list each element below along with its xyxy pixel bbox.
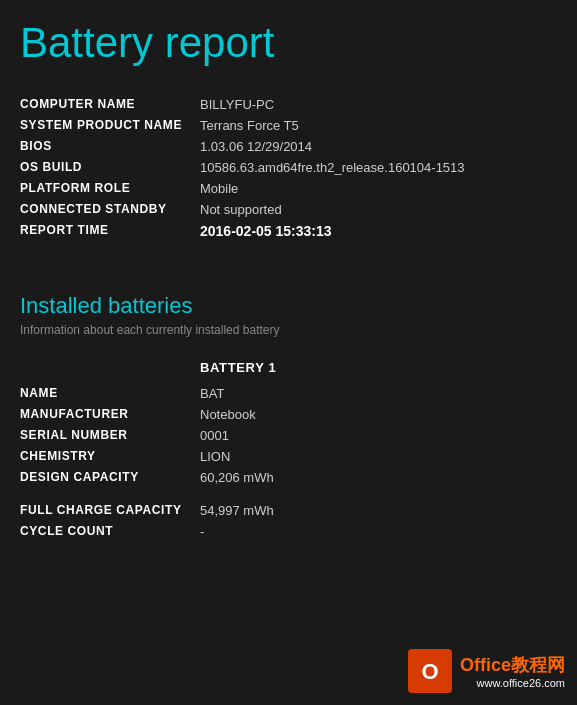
watermark: O Office教程网 www.office26.com	[408, 649, 565, 693]
system-info-label: PLATFORM ROLE	[20, 178, 200, 199]
battery-row-label: CHEMISTRY	[20, 446, 200, 467]
watermark-text: Office教程网 www.office26.com	[460, 653, 565, 689]
battery-row-label	[20, 488, 200, 500]
battery-row: NAMEBAT	[20, 383, 557, 404]
battery-row-value: -	[200, 521, 557, 542]
system-info-value: 10586.63.amd64fre.th2_release.160104-151…	[200, 157, 557, 178]
battery-row-value: 54,997 mWh	[200, 500, 557, 521]
system-info-row: COMPUTER NAMEBILLYFU-PC	[20, 94, 557, 115]
battery-header-label: BATTERY 1	[200, 357, 557, 383]
system-info-value: Not supported	[200, 199, 557, 220]
system-info-row: BIOS1.03.06 12/29/2014	[20, 136, 557, 157]
system-info-table: COMPUTER NAMEBILLYFU-PCSYSTEM PRODUCT NA…	[20, 94, 557, 242]
watermark-brand: Office教程网	[460, 653, 565, 677]
system-info-row: OS BUILD10586.63.amd64fre.th2_release.16…	[20, 157, 557, 178]
battery-row	[20, 488, 557, 500]
battery-row: SERIAL NUMBER0001	[20, 425, 557, 446]
battery-row-label: SERIAL NUMBER	[20, 425, 200, 446]
system-info-value: 2016-02-05 15:33:13	[200, 220, 557, 242]
system-info-value: Mobile	[200, 178, 557, 199]
system-info-value: Terrans Force T5	[200, 115, 557, 136]
battery-table: BATTERY 1NAMEBATMANUFACTURERNotebookSERI…	[20, 357, 557, 542]
system-info-label: CONNECTED STANDBY	[20, 199, 200, 220]
system-info-label: SYSTEM PRODUCT NAME	[20, 115, 200, 136]
svg-text:O: O	[421, 659, 438, 684]
divider	[20, 272, 557, 273]
installed-batteries-title: Installed batteries	[20, 293, 557, 319]
battery-row-label: CYCLE COUNT	[20, 521, 200, 542]
system-info-row: CONNECTED STANDBYNot supported	[20, 199, 557, 220]
system-info-label: OS BUILD	[20, 157, 200, 178]
system-info-label: COMPUTER NAME	[20, 94, 200, 115]
battery-row: CHEMISTRYLION	[20, 446, 557, 467]
battery-row-label: NAME	[20, 383, 200, 404]
page-title: Battery report	[20, 20, 557, 66]
system-info-row: PLATFORM ROLEMobile	[20, 178, 557, 199]
system-info-label: BIOS	[20, 136, 200, 157]
battery-row-label: MANUFACTURER	[20, 404, 200, 425]
main-container: Battery report COMPUTER NAMEBILLYFU-PCSY…	[0, 0, 577, 562]
battery-row-value: Notebook	[200, 404, 557, 425]
battery-row-value: 60,206 mWh	[200, 467, 557, 488]
system-info-value: 1.03.06 12/29/2014	[200, 136, 557, 157]
battery-header-empty	[20, 357, 200, 383]
battery-row-value	[200, 488, 557, 500]
battery-row: DESIGN CAPACITY60,206 mWh	[20, 467, 557, 488]
battery-row-value: 0001	[200, 425, 557, 446]
battery-row: FULL CHARGE CAPACITY54,997 mWh	[20, 500, 557, 521]
battery-row-value: BAT	[200, 383, 557, 404]
battery-row: MANUFACTURERNotebook	[20, 404, 557, 425]
installed-batteries-subtitle: Information about each currently install…	[20, 323, 557, 337]
office-icon: O	[408, 649, 452, 693]
battery-row: CYCLE COUNT-	[20, 521, 557, 542]
system-info-value: BILLYFU-PC	[200, 94, 557, 115]
system-info-row: REPORT TIME2016-02-05 15:33:13	[20, 220, 557, 242]
battery-header-row: BATTERY 1	[20, 357, 557, 383]
battery-row-value: LION	[200, 446, 557, 467]
battery-row-label: FULL CHARGE CAPACITY	[20, 500, 200, 521]
system-info-label: REPORT TIME	[20, 220, 200, 242]
system-info-row: SYSTEM PRODUCT NAMETerrans Force T5	[20, 115, 557, 136]
watermark-website: www.office26.com	[477, 677, 565, 689]
battery-row-label: DESIGN CAPACITY	[20, 467, 200, 488]
